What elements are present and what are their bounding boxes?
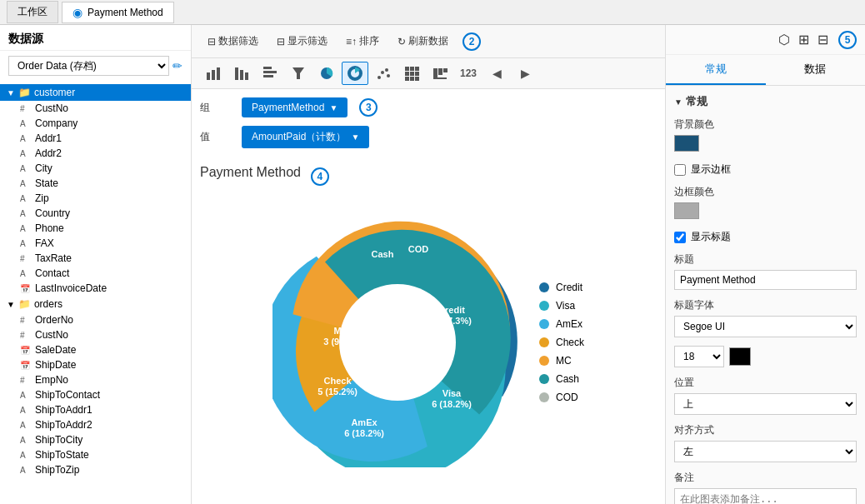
arrow-right-button[interactable]: ▶ — [512, 62, 538, 85]
tree-group-header-orders[interactable]: ▼ 📁 orders — [0, 296, 191, 312]
item-label: State — [35, 177, 58, 189]
list-item[interactable]: 📅ShipDate — [0, 357, 191, 372]
legend-item-mc: MC — [539, 355, 584, 367]
list-item[interactable]: #EmpNo — [0, 372, 191, 387]
font-select[interactable]: Segoe UI — [674, 316, 857, 337]
svg-text:Check: Check — [323, 376, 352, 386]
bar-chart3-button[interactable] — [257, 62, 283, 85]
refresh-button[interactable]: ↻ 刷新数据 — [390, 30, 456, 52]
active-tab[interactable]: ◉ Payment Method — [62, 2, 174, 23]
list-item[interactable]: APhone — [0, 221, 191, 236]
list-item[interactable]: #TaxRate — [0, 251, 191, 266]
list-item[interactable]: #CustNo — [0, 101, 191, 116]
number-button[interactable]: 123 — [455, 62, 482, 85]
value-label: 值 — [200, 130, 233, 144]
funnel-button[interactable] — [285, 62, 312, 85]
grid-button[interactable] — [398, 62, 425, 85]
tree-group-header-customer[interactable]: ▼ 📁 customer — [0, 84, 191, 101]
svg-rect-25 — [433, 68, 438, 78]
align-select[interactable]: 左 — [674, 441, 857, 462]
list-item[interactable]: AContact — [0, 266, 191, 281]
legend-dot-visa — [539, 301, 549, 311]
list-item[interactable]: AShipToContact — [0, 387, 191, 402]
tree-group-orders: ▼ 📁 orders #OrderNo #CustNo 📅SaleDate 📅S… — [0, 296, 191, 477]
list-item[interactable]: AFAX — [0, 236, 191, 251]
list-item[interactable]: #CustNo — [0, 327, 191, 342]
refresh-icon: ↻ — [398, 36, 406, 47]
position-select[interactable]: 上 — [674, 393, 857, 415]
list-item[interactable]: 📅SaleDate — [0, 342, 191, 357]
value-dropdown[interactable]: AmountPaid（计数） ▼ — [242, 126, 369, 148]
datasource-select[interactable]: Order Data (存档) — [8, 56, 169, 76]
list-item[interactable]: AZip — [0, 191, 191, 206]
legend-label-visa: Visa — [556, 300, 575, 312]
svg-text:6 (18.2%): 6 (18.2%) — [344, 428, 384, 438]
data-filter-button[interactable]: ⊟ 数据筛选 — [200, 30, 266, 52]
list-item[interactable]: 📅LastInvoiceDate — [0, 281, 191, 296]
svg-point-13 — [381, 71, 384, 74]
svg-rect-17 — [410, 67, 414, 71]
bar-chart2-button[interactable] — [228, 62, 255, 85]
number-icon: 123 — [460, 67, 477, 79]
bar-chart-button[interactable] — [200, 62, 227, 85]
position-label: 位置 — [674, 376, 857, 390]
bg-color-label: 背景颜色 — [674, 117, 857, 132]
layout-icon[interactable]: ⊞ — [797, 30, 811, 49]
display-filter-button[interactable]: ⊟ 显示筛选 — [269, 30, 335, 52]
expand-icon-orders: ▼ — [7, 300, 15, 309]
sort-button[interactable]: ≡↑ 排序 — [338, 30, 387, 52]
show-border-checkbox[interactable] — [674, 164, 686, 176]
list-item[interactable]: ACity — [0, 161, 191, 176]
show-title-checkbox[interactable] — [674, 232, 686, 243]
list-item[interactable]: AAddr1 — [0, 131, 191, 146]
svg-rect-1 — [212, 70, 215, 80]
toolbar-badge-2: 2 — [462, 32, 481, 51]
cal-icon: 📅 — [20, 284, 32, 293]
svg-rect-24 — [415, 77, 419, 81]
list-item[interactable]: ACountry — [0, 206, 191, 221]
list-item[interactable]: ACompany — [0, 116, 191, 131]
a-icon: A — [20, 269, 32, 278]
list-item[interactable]: AAddr2 — [0, 146, 191, 161]
border-color-swatch[interactable] — [674, 202, 699, 219]
list-item[interactable]: AState — [0, 176, 191, 191]
tab-regular[interactable]: 常规 — [666, 55, 766, 85]
note-textarea[interactable] — [674, 488, 857, 504]
grid2-icon[interactable]: ⊟ — [816, 30, 830, 49]
list-item[interactable]: AShipToAddr1 — [0, 402, 191, 417]
item-label: Phone — [35, 222, 64, 234]
section-label: 常规 — [686, 94, 708, 109]
legend-label-cash: Cash — [556, 373, 579, 385]
workspace-tab[interactable]: 工作区 — [7, 1, 58, 23]
hash-icon: # — [20, 254, 32, 263]
bg-color-prop: 背景颜色 — [674, 117, 857, 154]
svg-text:COD: COD — [408, 244, 429, 254]
list-item[interactable]: AShipToZip — [0, 462, 191, 477]
arrow-left-button[interactable]: ◀ — [483, 62, 510, 85]
list-item[interactable]: AShipToCity — [0, 432, 191, 447]
font-size-select[interactable]: 18 — [674, 346, 724, 367]
a-icon: A — [20, 224, 32, 233]
value-dropdown-arrow: ▼ — [351, 132, 359, 142]
section-header-general[interactable]: ▼ 常规 — [674, 94, 857, 109]
donut-chart-button[interactable] — [342, 62, 368, 85]
group-dropdown[interactable]: PaymentMethod ▼ — [242, 97, 348, 117]
cube-icon[interactable]: ⬡ — [777, 30, 792, 49]
gauge-button[interactable] — [427, 62, 453, 85]
legend-dot-amex — [539, 319, 549, 329]
show-border-label: 显示边框 — [691, 162, 731, 177]
title-input[interactable] — [674, 270, 857, 290]
item-label: CustNo — [35, 102, 68, 114]
chart-title: Payment Method — [200, 165, 301, 180]
list-item[interactable]: AShipToState — [0, 447, 191, 462]
bg-color-swatch[interactable] — [674, 135, 699, 152]
list-item[interactable]: #OrderNo — [0, 312, 191, 327]
font-color-swatch[interactable] — [729, 347, 751, 366]
scatter-button[interactable] — [370, 62, 397, 85]
hash-icon: # — [20, 331, 32, 340]
edit-icon[interactable]: ✏ — [172, 59, 182, 72]
arrow-left-icon: ◀ — [492, 67, 502, 80]
pie-chart-button[interactable] — [313, 62, 340, 85]
list-item[interactable]: AShipToAddr2 — [0, 417, 191, 432]
tab-data[interactable]: 数据 — [766, 55, 866, 85]
